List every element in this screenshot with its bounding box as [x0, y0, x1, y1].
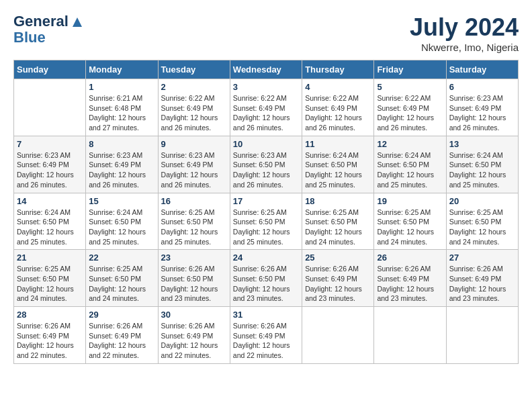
day-cell: 25Sunrise: 6:26 AMSunset: 6:49 PMDayligh…: [302, 250, 374, 307]
week-row-2: 7Sunrise: 6:23 AMSunset: 6:49 PMDaylight…: [14, 136, 519, 193]
day-number: 12: [377, 139, 443, 149]
day-cell: 9Sunrise: 6:23 AMSunset: 6:49 PMDaylight…: [158, 136, 230, 193]
day-cell: 23Sunrise: 6:26 AMSunset: 6:50 PMDayligh…: [158, 250, 230, 307]
day-info: Sunrise: 6:25 AMSunset: 6:50 PMDaylight:…: [377, 208, 443, 247]
header-row: SundayMondayTuesdayWednesdayThursdayFrid…: [14, 60, 519, 79]
day-number: 21: [17, 253, 83, 263]
day-cell: [302, 307, 374, 364]
day-info: Sunrise: 6:23 AMSunset: 6:49 PMDaylight:…: [17, 150, 83, 190]
day-number: 16: [161, 196, 227, 206]
day-number: 22: [89, 253, 154, 263]
day-cell: 30Sunrise: 6:26 AMSunset: 6:49 PMDayligh…: [158, 307, 230, 364]
day-number: 17: [233, 196, 299, 206]
calendar-table: SundayMondayTuesdayWednesdayThursdayFrid…: [13, 60, 519, 364]
day-cell: 19Sunrise: 6:25 AMSunset: 6:50 PMDayligh…: [374, 193, 446, 250]
column-header-friday: Friday: [374, 60, 446, 79]
day-info: Sunrise: 6:25 AMSunset: 6:50 PMDaylight:…: [161, 208, 227, 247]
day-cell: 7Sunrise: 6:23 AMSunset: 6:49 PMDaylight…: [14, 136, 86, 193]
day-cell: 24Sunrise: 6:26 AMSunset: 6:50 PMDayligh…: [230, 250, 302, 307]
day-info: Sunrise: 6:24 AMSunset: 6:50 PMDaylight:…: [449, 150, 515, 190]
location: Nkwerre, Imo, Nigeria: [410, 42, 519, 53]
day-number: 2: [161, 82, 227, 92]
day-number: 1: [89, 82, 154, 92]
day-info: Sunrise: 6:23 AMSunset: 6:49 PMDaylight:…: [449, 93, 515, 133]
svg-marker-0: [73, 17, 82, 27]
day-number: 10: [233, 139, 299, 149]
month-title: July 2024: [410, 13, 519, 42]
day-info: Sunrise: 6:23 AMSunset: 6:49 PMDaylight:…: [161, 150, 227, 190]
day-info: Sunrise: 6:25 AMSunset: 6:50 PMDaylight:…: [89, 264, 154, 304]
day-cell: 18Sunrise: 6:25 AMSunset: 6:50 PMDayligh…: [302, 193, 374, 250]
day-info: Sunrise: 6:24 AMSunset: 6:50 PMDaylight:…: [17, 208, 83, 247]
day-number: 14: [17, 196, 83, 206]
day-cell: 5Sunrise: 6:22 AMSunset: 6:49 PMDaylight…: [374, 79, 446, 136]
day-cell: 3Sunrise: 6:22 AMSunset: 6:49 PMDaylight…: [230, 79, 302, 136]
title-block: July 2024 Nkwerre, Imo, Nigeria: [410, 13, 519, 53]
day-cell: 22Sunrise: 6:25 AMSunset: 6:50 PMDayligh…: [86, 250, 158, 307]
page-header: General Blue July 2024 Nkwerre, Imo, Nig…: [13, 13, 519, 53]
day-info: Sunrise: 6:26 AMSunset: 6:49 PMDaylight:…: [233, 321, 299, 361]
week-row-1: 1Sunrise: 6:21 AMSunset: 6:48 PMDaylight…: [14, 79, 519, 136]
day-number: 28: [17, 310, 83, 320]
column-header-sunday: Sunday: [14, 60, 86, 79]
day-cell: 13Sunrise: 6:24 AMSunset: 6:50 PMDayligh…: [446, 136, 518, 193]
day-cell: 20Sunrise: 6:25 AMSunset: 6:50 PMDayligh…: [446, 193, 518, 250]
day-info: Sunrise: 6:26 AMSunset: 6:49 PMDaylight:…: [89, 321, 154, 361]
column-header-thursday: Thursday: [302, 60, 374, 79]
day-number: 9: [161, 139, 227, 149]
day-info: Sunrise: 6:23 AMSunset: 6:49 PMDaylight:…: [89, 150, 154, 190]
day-cell: [14, 79, 86, 136]
day-info: Sunrise: 6:24 AMSunset: 6:50 PMDaylight:…: [377, 150, 443, 190]
day-info: Sunrise: 6:22 AMSunset: 6:49 PMDaylight:…: [377, 93, 443, 133]
day-cell: 26Sunrise: 6:26 AMSunset: 6:49 PMDayligh…: [374, 250, 446, 307]
day-cell: 8Sunrise: 6:23 AMSunset: 6:49 PMDaylight…: [86, 136, 158, 193]
day-info: Sunrise: 6:22 AMSunset: 6:49 PMDaylight:…: [233, 93, 299, 133]
day-cell: [374, 307, 446, 364]
day-cell: 6Sunrise: 6:23 AMSunset: 6:49 PMDaylight…: [446, 79, 518, 136]
day-number: 25: [305, 253, 371, 263]
week-row-5: 28Sunrise: 6:26 AMSunset: 6:49 PMDayligh…: [14, 307, 519, 364]
day-cell: 21Sunrise: 6:25 AMSunset: 6:50 PMDayligh…: [14, 250, 86, 307]
week-row-4: 21Sunrise: 6:25 AMSunset: 6:50 PMDayligh…: [14, 250, 519, 307]
day-number: 23: [161, 253, 227, 263]
column-header-saturday: Saturday: [446, 60, 518, 79]
day-number: 7: [17, 139, 83, 149]
day-number: 19: [377, 196, 443, 206]
day-number: 18: [305, 196, 371, 206]
day-cell: 4Sunrise: 6:22 AMSunset: 6:49 PMDaylight…: [302, 79, 374, 136]
day-number: 30: [161, 310, 227, 320]
day-number: 29: [89, 310, 154, 320]
day-cell: 28Sunrise: 6:26 AMSunset: 6:49 PMDayligh…: [14, 307, 86, 364]
day-info: Sunrise: 6:25 AMSunset: 6:50 PMDaylight:…: [233, 208, 299, 247]
day-cell: 10Sunrise: 6:23 AMSunset: 6:50 PMDayligh…: [230, 136, 302, 193]
day-info: Sunrise: 6:24 AMSunset: 6:50 PMDaylight:…: [89, 208, 154, 247]
logo: General Blue: [13, 13, 85, 46]
day-info: Sunrise: 6:25 AMSunset: 6:50 PMDaylight:…: [17, 264, 83, 304]
day-info: Sunrise: 6:25 AMSunset: 6:50 PMDaylight:…: [449, 208, 515, 247]
day-cell: 31Sunrise: 6:26 AMSunset: 6:49 PMDayligh…: [230, 307, 302, 364]
day-info: Sunrise: 6:22 AMSunset: 6:49 PMDaylight:…: [305, 93, 371, 133]
day-number: 6: [449, 82, 515, 92]
day-info: Sunrise: 6:26 AMSunset: 6:49 PMDaylight:…: [449, 264, 515, 304]
day-info: Sunrise: 6:26 AMSunset: 6:50 PMDaylight:…: [161, 264, 227, 304]
day-cell: 17Sunrise: 6:25 AMSunset: 6:50 PMDayligh…: [230, 193, 302, 250]
day-number: 4: [305, 82, 371, 92]
day-cell: 2Sunrise: 6:22 AMSunset: 6:49 PMDaylight…: [158, 79, 230, 136]
day-info: Sunrise: 6:21 AMSunset: 6:48 PMDaylight:…: [89, 93, 154, 133]
day-number: 27: [449, 253, 515, 263]
logo-blue: Blue: [13, 30, 85, 46]
day-info: Sunrise: 6:23 AMSunset: 6:50 PMDaylight:…: [233, 150, 299, 190]
day-cell: 11Sunrise: 6:24 AMSunset: 6:50 PMDayligh…: [302, 136, 374, 193]
day-cell: 27Sunrise: 6:26 AMSunset: 6:49 PMDayligh…: [446, 250, 518, 307]
day-info: Sunrise: 6:25 AMSunset: 6:50 PMDaylight:…: [305, 208, 371, 247]
day-number: 20: [449, 196, 515, 206]
day-info: Sunrise: 6:26 AMSunset: 6:49 PMDaylight:…: [377, 264, 443, 304]
column-header-wednesday: Wednesday: [230, 60, 302, 79]
logo-text: General: [13, 13, 85, 30]
day-number: 24: [233, 253, 299, 263]
week-row-3: 14Sunrise: 6:24 AMSunset: 6:50 PMDayligh…: [14, 193, 519, 250]
day-cell: [446, 307, 518, 364]
day-cell: 15Sunrise: 6:24 AMSunset: 6:50 PMDayligh…: [86, 193, 158, 250]
day-number: 31: [233, 310, 299, 320]
day-cell: 14Sunrise: 6:24 AMSunset: 6:50 PMDayligh…: [14, 193, 86, 250]
